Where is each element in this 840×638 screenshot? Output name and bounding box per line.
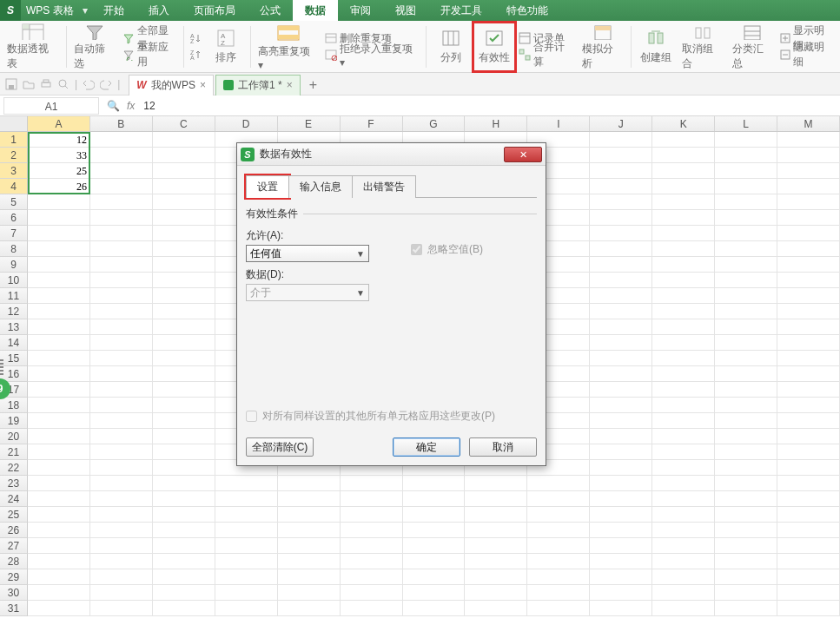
cell[interactable] (278, 476, 341, 491)
row-header[interactable]: 21 (0, 444, 28, 460)
cell[interactable] (527, 601, 590, 616)
cell[interactable] (403, 491, 466, 507)
cell[interactable] (715, 148, 777, 163)
cell[interactable] (777, 444, 840, 460)
cell[interactable] (153, 273, 215, 288)
group-button[interactable]: 创建组 (635, 23, 677, 71)
cell[interactable] (90, 366, 153, 382)
col-header-B[interactable]: B (90, 116, 153, 131)
cell[interactable] (28, 273, 90, 288)
cell[interactable] (652, 460, 715, 476)
cell[interactable] (715, 444, 777, 460)
cell[interactable] (590, 460, 652, 476)
tab-workbook[interactable]: 工作簿1 * × (215, 75, 301, 95)
cell[interactable] (652, 226, 715, 241)
cell[interactable] (90, 538, 153, 554)
cell[interactable] (465, 569, 527, 585)
cell[interactable] (465, 585, 527, 601)
dialog-tab-input-msg[interactable]: 输入信息 (288, 175, 353, 198)
cell[interactable] (777, 226, 840, 241)
cell[interactable] (90, 226, 153, 241)
row-header[interactable]: 22 (0, 460, 28, 476)
cell[interactable] (652, 366, 715, 382)
consolidate-button[interactable]: 合并计算 (517, 47, 577, 62)
cell[interactable] (28, 226, 90, 241)
cell[interactable] (90, 460, 153, 476)
cell[interactable] (28, 444, 90, 460)
col-header-G[interactable]: G (403, 116, 466, 131)
cell[interactable] (341, 476, 403, 491)
cell[interactable] (777, 335, 840, 351)
col-header-C[interactable]: C (153, 116, 215, 131)
cell[interactable] (715, 398, 777, 413)
cell[interactable] (715, 460, 777, 476)
menu-devtools[interactable]: 开发工具 (428, 0, 494, 21)
cell[interactable] (777, 241, 840, 257)
cell[interactable] (590, 491, 652, 507)
cell[interactable] (215, 538, 278, 554)
cell[interactable] (90, 554, 153, 569)
cell[interactable] (590, 241, 652, 257)
cell[interactable] (652, 413, 715, 429)
cell[interactable] (90, 194, 153, 210)
text-to-columns-button[interactable]: 分列 (430, 23, 472, 71)
cell[interactable] (652, 523, 715, 538)
cell[interactable] (590, 569, 652, 585)
cell[interactable] (590, 585, 652, 601)
fx-search-icon[interactable]: 🔍 (103, 100, 123, 112)
app-menu-dropdown-icon[interactable]: ▾ (79, 4, 91, 16)
cell[interactable] (28, 569, 90, 585)
cell[interactable] (90, 257, 153, 273)
side-badge[interactable]: 9 (0, 359, 10, 399)
cell[interactable] (278, 491, 341, 507)
cell[interactable] (90, 507, 153, 523)
cell[interactable] (652, 288, 715, 304)
cell[interactable] (90, 304, 153, 319)
cell[interactable] (777, 319, 840, 335)
ok-button[interactable]: 确定 (393, 437, 460, 457)
row-header[interactable]: 25 (0, 507, 28, 523)
cell[interactable] (777, 179, 840, 194)
cell[interactable] (777, 601, 840, 616)
cell[interactable] (341, 523, 403, 538)
cell[interactable] (715, 366, 777, 382)
cell[interactable] (715, 538, 777, 554)
cell[interactable] (652, 273, 715, 288)
select-all-corner[interactable] (0, 116, 28, 131)
cell[interactable] (652, 507, 715, 523)
cell[interactable] (278, 569, 341, 585)
cell[interactable] (278, 585, 341, 601)
cell[interactable] (652, 476, 715, 491)
open-icon[interactable] (23, 78, 35, 90)
cell[interactable] (153, 444, 215, 460)
cell[interactable] (403, 554, 466, 569)
cell[interactable] (777, 491, 840, 507)
cell[interactable] (652, 382, 715, 398)
cell[interactable] (90, 319, 153, 335)
cell[interactable] (153, 304, 215, 319)
cell[interactable] (590, 507, 652, 523)
cell[interactable] (28, 491, 90, 507)
close-tab-icon[interactable]: × (287, 79, 293, 91)
cell[interactable] (652, 319, 715, 335)
cell[interactable] (715, 507, 777, 523)
col-header-E[interactable]: E (278, 116, 341, 131)
cell[interactable] (527, 507, 590, 523)
cell[interactable] (652, 554, 715, 569)
cell[interactable] (777, 554, 840, 569)
cell[interactable] (28, 523, 90, 538)
ungroup-button[interactable]: 取消组合 (678, 23, 727, 71)
cell[interactable] (215, 569, 278, 585)
cell[interactable] (715, 304, 777, 319)
row-header[interactable]: 20 (0, 429, 28, 444)
cell[interactable] (652, 351, 715, 366)
cell[interactable] (652, 194, 715, 210)
cell[interactable] (590, 398, 652, 413)
sort-button[interactable]: AZ 排序 (205, 23, 247, 71)
cell[interactable] (341, 601, 403, 616)
cell[interactable] (777, 585, 840, 601)
cell[interactable] (652, 569, 715, 585)
cell[interactable] (28, 257, 90, 273)
cell[interactable] (153, 398, 215, 413)
cell[interactable] (715, 351, 777, 366)
